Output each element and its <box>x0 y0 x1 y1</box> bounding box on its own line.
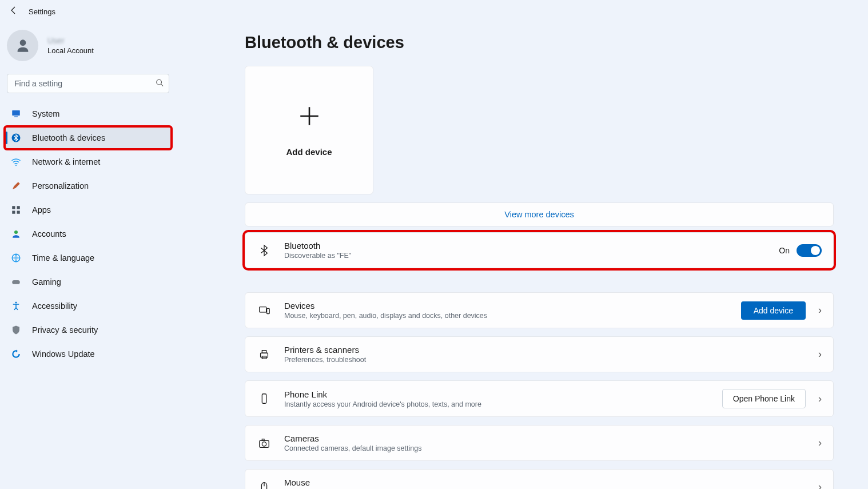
monitor-icon <box>10 108 22 120</box>
bluetooth-title: Bluetooth <box>284 241 766 251</box>
sidebar-item-update[interactable]: Windows Update <box>5 343 172 365</box>
sidebar-item-label: Accessibility <box>32 301 77 311</box>
cameras-sub: Connected cameras, default image setting… <box>284 444 806 452</box>
mouse-title: Mouse <box>284 478 806 487</box>
printers-sub: Preferences, troubleshoot <box>284 356 806 364</box>
sidebar-item-label: Windows Update <box>32 349 95 359</box>
row-phone[interactable]: Phone LinkInstantly access your Android … <box>245 380 834 417</box>
plus-icon <box>297 104 321 132</box>
row-printers[interactable]: Printers & scannersPreferences, troubles… <box>245 336 834 372</box>
svg-rect-8 <box>12 211 15 214</box>
sidebar-item-accessibility[interactable]: Accessibility <box>5 295 172 317</box>
add-device-tile[interactable]: Add device <box>245 66 373 194</box>
sidebar-item-accounts[interactable]: Accounts <box>5 222 172 245</box>
sidebar-item-personalization[interactable]: Personalization <box>5 174 172 197</box>
chevron-right-icon: › <box>818 348 822 360</box>
chevron-right-icon: › <box>818 481 822 489</box>
devices-action-button[interactable]: Add device <box>741 301 806 320</box>
chevron-right-icon: › <box>818 304 822 316</box>
phone-sub: Instantly access your Android device's p… <box>284 400 710 408</box>
devices-icon <box>257 303 272 318</box>
account-name: User <box>47 36 94 45</box>
back-icon[interactable] <box>9 6 18 17</box>
bluetooth-sub: Discoverable as "FE" <box>284 252 766 260</box>
svg-rect-6 <box>12 206 15 209</box>
bluetooth-icon <box>10 132 22 144</box>
sidebar-item-privacy[interactable]: Privacy & security <box>5 319 172 341</box>
search-wrap <box>7 74 169 93</box>
bluetooth-toggle[interactable] <box>797 244 822 257</box>
access-icon <box>10 300 22 312</box>
avatar <box>7 30 38 61</box>
sidebar-item-gaming[interactable]: Gaming <box>5 271 172 293</box>
add-device-label: Add device <box>286 147 332 157</box>
search-icon <box>156 79 164 89</box>
bluetooth-icon <box>257 243 272 258</box>
shield-icon <box>10 324 22 336</box>
svg-rect-3 <box>14 117 18 118</box>
svg-rect-16 <box>260 307 266 312</box>
titlebar: Settings <box>0 0 868 23</box>
phone-icon <box>257 391 272 406</box>
svg-point-10 <box>14 230 18 234</box>
sidebar-item-label: Time & language <box>32 253 94 263</box>
update-icon <box>10 348 22 360</box>
svg-point-23 <box>262 442 266 446</box>
svg-point-13 <box>15 302 17 304</box>
svg-line-1 <box>161 84 164 86</box>
search-input[interactable] <box>7 74 169 93</box>
row-mouse[interactable]: MouseButtons, mouse pointer speed, scrol… <box>245 469 834 489</box>
brush-icon <box>10 180 22 192</box>
svg-point-0 <box>157 79 162 85</box>
svg-rect-19 <box>262 350 266 353</box>
sidebar-item-time[interactable]: Time & language <box>5 247 172 269</box>
printers-title: Printers & scanners <box>284 345 806 355</box>
view-more-link[interactable]: View more devices <box>504 210 574 219</box>
devices-sub: Mouse, keyboard, pen, audio, displays an… <box>284 312 728 320</box>
apps-icon <box>10 204 22 216</box>
chevron-right-icon: › <box>818 437 822 449</box>
cameras-icon <box>257 436 272 451</box>
svg-rect-17 <box>267 308 270 313</box>
svg-rect-9 <box>17 211 20 214</box>
printers-icon <box>257 347 272 362</box>
person-icon <box>10 228 22 240</box>
chevron-right-icon: › <box>818 393 822 405</box>
page-title: Bluetooth & devices <box>245 33 834 52</box>
row-cameras[interactable]: CamerasConnected cameras, default image … <box>245 425 834 461</box>
bluetooth-toggle-label: On <box>779 246 790 255</box>
gamepad-icon <box>10 276 22 288</box>
svg-rect-18 <box>261 353 268 357</box>
svg-rect-12 <box>12 280 20 284</box>
sidebar-item-label: Privacy & security <box>32 325 98 335</box>
devices-title: Devices <box>284 301 728 311</box>
row-devices[interactable]: DevicesMouse, keyboard, pen, audio, disp… <box>245 292 834 328</box>
phone-action-button[interactable]: Open Phone Link <box>722 389 806 408</box>
view-more-devices-bar[interactable]: View more devices <box>245 202 834 226</box>
sidebar-item-label: Gaming <box>32 277 61 287</box>
sidebar-item-label: Accounts <box>32 229 66 238</box>
bluetooth-card: Bluetooth Discoverable as "FE" On <box>245 232 834 268</box>
sidebar-item-bluetooth[interactable]: Bluetooth & devices <box>5 126 172 149</box>
account-type: Local Account <box>47 46 94 55</box>
sidebar-item-apps[interactable]: Apps <box>5 198 172 221</box>
phone-title: Phone Link <box>284 389 710 399</box>
settings-rows: DevicesMouse, keyboard, pen, audio, disp… <box>245 282 834 489</box>
sidebar-item-label: Network & internet <box>32 157 100 166</box>
cameras-title: Cameras <box>284 434 806 443</box>
svg-rect-24 <box>262 439 264 440</box>
sidebar: User Local Account SystemBluetooth & dev… <box>0 23 176 489</box>
sidebar-item-network[interactable]: Network & internet <box>5 150 172 173</box>
sidebar-item-label: System <box>32 109 59 118</box>
sidebar-item-system[interactable]: System <box>5 102 172 125</box>
content: Bluetooth & devices Add device View more… <box>176 23 868 489</box>
svg-rect-21 <box>262 394 266 404</box>
wifi-icon <box>10 156 22 168</box>
window-title: Settings <box>29 7 55 16</box>
account-block[interactable]: User Local Account <box>5 27 172 68</box>
sidebar-item-label: Bluetooth & devices <box>32 133 105 142</box>
svg-rect-7 <box>17 206 20 209</box>
mouse-icon <box>257 480 272 490</box>
globe-icon <box>10 252 22 264</box>
nav-list: SystemBluetooth & devicesNetwork & inter… <box>5 102 172 365</box>
